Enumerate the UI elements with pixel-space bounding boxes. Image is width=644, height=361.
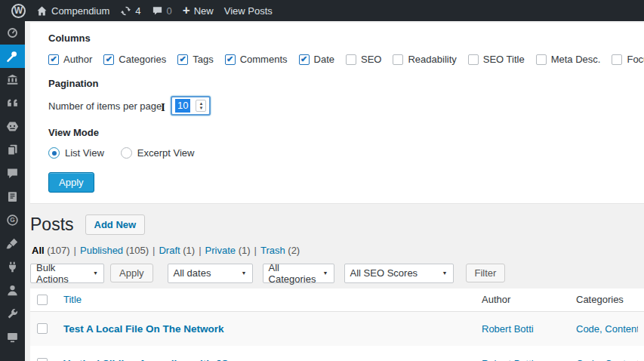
row-checkbox[interactable] xyxy=(37,358,48,361)
filter-count: (107) xyxy=(47,245,69,256)
author-link[interactable]: Robert Botti xyxy=(482,358,564,361)
sidebar-item-posts[interactable] xyxy=(0,45,25,68)
post-status-filters: All (107)|Published (105)|Draft (1)|Priv… xyxy=(32,245,644,256)
radio-icon[interactable] xyxy=(121,147,132,159)
column-toggle-seo-title[interactable]: ✔ SEO Title xyxy=(468,54,525,65)
column-toggle-tags[interactable]: ✔ Tags xyxy=(177,54,213,65)
sidebar-item-hexagon[interactable] xyxy=(0,115,25,138)
checkbox-icon[interactable]: ✔ xyxy=(225,54,236,65)
checkbox-label: Focus KW xyxy=(627,54,644,65)
screen-options-apply-button[interactable]: Apply xyxy=(48,172,94,193)
new-content-link[interactable]: + New xyxy=(177,0,219,21)
updates-link[interactable]: 4 xyxy=(115,0,146,21)
checkbox-icon[interactable]: ✔ xyxy=(393,54,403,65)
view-posts-link[interactable]: View Posts xyxy=(219,0,278,21)
appearance-icon xyxy=(6,237,19,250)
checkbox-icon[interactable]: ✔ xyxy=(468,54,479,65)
checkbox-icon[interactable]: ✔ xyxy=(346,54,356,65)
checkbox-label: Author xyxy=(63,54,92,65)
bulk-apply-button[interactable]: Apply xyxy=(110,264,153,282)
sidebar-item-portfolio[interactable] xyxy=(0,185,25,208)
page-title: Posts xyxy=(30,214,74,235)
sidebar-item-quotes[interactable] xyxy=(0,91,25,115)
categories-link[interactable]: Code, Content xyxy=(576,323,638,335)
settings-icon xyxy=(6,331,19,344)
number-stepper[interactable]: ▲▼ xyxy=(196,100,206,112)
sidebar-item-tools[interactable] xyxy=(0,302,25,326)
categories-column-header: Categories xyxy=(570,288,644,311)
filter-trash[interactable]: Trash (2) xyxy=(260,245,300,256)
row-checkbox[interactable] xyxy=(37,323,48,334)
checkbox-icon[interactable]: ✔ xyxy=(177,54,188,65)
author-link[interactable]: Robert Botti xyxy=(482,323,564,335)
column-toggle-comments[interactable]: ✔ Comments xyxy=(225,54,288,65)
home-icon xyxy=(36,5,48,17)
columns-heading: Columns xyxy=(48,32,636,44)
checkbox-icon[interactable]: ✔ xyxy=(48,54,59,65)
filter-draft[interactable]: Draft (1) xyxy=(159,245,195,256)
checkbox-icon[interactable]: ✔ xyxy=(103,54,114,65)
checkbox-icon[interactable]: ✔ xyxy=(299,54,310,65)
portfolio-icon xyxy=(6,190,19,203)
chevron-down-icon: ▼ xyxy=(323,270,328,276)
radio-label: Excerpt View xyxy=(137,147,195,159)
seo-scores-filter-select[interactable]: All SEO Scores ▼ xyxy=(344,264,454,283)
sidebar-item-archive[interactable] xyxy=(0,68,25,91)
checkbox-label: SEO Title xyxy=(483,54,525,65)
sidebar-item-appearance[interactable] xyxy=(0,232,25,255)
column-toggle-date[interactable]: ✔ Date xyxy=(299,54,334,65)
sidebar-item-dashboard[interactable] xyxy=(0,21,25,45)
column-toggle-meta-desc[interactable]: ✔ Meta Desc. xyxy=(536,54,601,65)
text-cursor-pointer: I xyxy=(161,101,165,114)
filter-all[interactable]: All (107) xyxy=(32,245,70,256)
svg-text:G: G xyxy=(10,216,15,224)
sidebar-item-pages[interactable] xyxy=(0,138,25,162)
items-per-page-input[interactable]: 10 ▲▼ xyxy=(171,96,211,116)
sidebar-item-comments[interactable] xyxy=(0,162,25,185)
sidebar-item-settings[interactable] xyxy=(0,326,25,349)
excerpt-view-option[interactable]: Excerpt View xyxy=(121,147,195,159)
wordpress-menu[interactable]: W xyxy=(6,0,31,21)
list-view-option[interactable]: List View xyxy=(48,147,104,159)
sort-by-title[interactable]: Title xyxy=(63,294,82,305)
sidebar-item-plugins[interactable] xyxy=(0,255,25,279)
posts-header: Posts Add New xyxy=(30,214,644,235)
admin-sidebar: G xyxy=(0,21,25,361)
building-icon xyxy=(6,73,19,86)
radio-icon[interactable] xyxy=(48,147,60,159)
filter-count: (105) xyxy=(126,245,149,256)
checkbox-icon[interactable]: ✔ xyxy=(536,54,547,65)
separator: | xyxy=(254,245,257,256)
sidebar-item-google[interactable]: G xyxy=(0,208,25,232)
filter-button[interactable]: Filter xyxy=(466,264,506,282)
site-name-link[interactable]: Compendium xyxy=(31,0,115,21)
dates-filter-select[interactable]: All dates ▼ xyxy=(168,264,253,283)
post-title-link[interactable]: Vertical Sliding Accordion with JQuery xyxy=(63,358,251,361)
bulk-actions-select[interactable]: Bulk Actions ▼ xyxy=(30,264,104,283)
author-column-header: Author xyxy=(476,288,570,311)
updates-icon xyxy=(120,5,131,17)
select-all-checkbox[interactable] xyxy=(37,295,48,305)
posts-icon xyxy=(6,50,19,63)
sidebar-item-users[interactable] xyxy=(0,279,25,302)
column-toggle-focus-kw[interactable]: ✔ Focus KW xyxy=(612,54,644,65)
column-toggle-seo[interactable]: ✔ SEO xyxy=(346,54,381,65)
categories-filter-select[interactable]: All Categories ▼ xyxy=(263,264,334,283)
column-toggle-author[interactable]: ✔ Author xyxy=(48,54,92,65)
comments-icon xyxy=(6,167,19,180)
content-area: Columns ✔ Author ✔ Categories ✔ Tags ✔ C… xyxy=(25,21,644,361)
column-toggle-categories[interactable]: ✔ Categories xyxy=(103,54,166,65)
filter-private[interactable]: Private (1) xyxy=(205,245,251,256)
dates-filter-value: All dates xyxy=(174,267,211,279)
filter-published[interactable]: Published (105) xyxy=(80,245,149,256)
stepper-down-icon[interactable]: ▼ xyxy=(199,106,203,110)
categories-link[interactable]: Code, Content, Des xyxy=(576,358,638,361)
post-title-link[interactable]: Test A Local File On The Network xyxy=(63,323,224,335)
column-toggle-readability[interactable]: ✔ Readability xyxy=(393,54,456,65)
checkbox-icon[interactable]: ✔ xyxy=(612,54,622,65)
comments-link[interactable]: 0 xyxy=(146,0,177,21)
add-new-button[interactable]: Add New xyxy=(85,214,146,235)
wordpress-logo: W xyxy=(11,4,26,18)
table-row: Test A Local File On The Network Robert … xyxy=(30,311,644,346)
admin-bar: W Compendium 4 0 + New View Posts xyxy=(0,0,644,21)
